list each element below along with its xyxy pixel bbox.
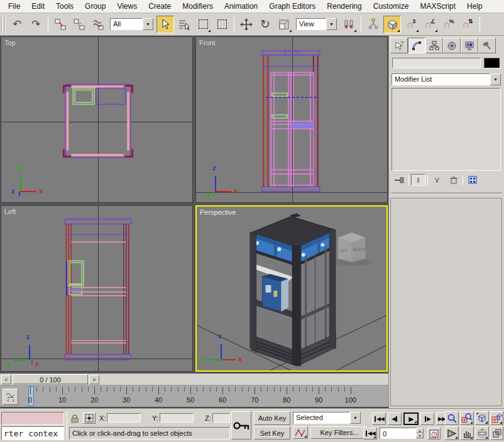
tab-motion[interactable] xyxy=(443,38,461,53)
key-mode-dropdown-button[interactable]: ▼ xyxy=(350,412,361,424)
toolbar-drag-handle[interactable] xyxy=(1,16,6,33)
tab-modify[interactable] xyxy=(408,38,425,53)
key-mode-combo[interactable]: Selected ▼ xyxy=(293,412,361,424)
snap-3d-button[interactable]: ∩3 xyxy=(402,16,420,33)
viewport-top[interactable]: Top y x z xyxy=(1,36,193,203)
make-unique-button[interactable]: ⋎ xyxy=(430,174,444,186)
time-slider-handle[interactable]: 0 / 100 xyxy=(13,374,88,384)
show-end-result-button[interactable]: ‖ xyxy=(411,174,425,186)
unlink-selection-button[interactable] xyxy=(70,16,88,33)
viewport-front[interactable]: Front z x y xyxy=(195,36,388,203)
spinner-up-icon[interactable]: ▲ xyxy=(416,428,424,433)
viewport-label[interactable]: Perspective xyxy=(200,208,236,216)
z-coordinate-field[interactable] xyxy=(212,413,230,423)
current-frame-field[interactable]: 0 xyxy=(380,428,416,439)
zoom-extents-button[interactable] xyxy=(475,411,489,425)
percent-snap-button[interactable]: ∩% xyxy=(440,16,457,33)
set-key-button[interactable]: Set Key xyxy=(254,426,290,439)
default-tangent-button[interactable] xyxy=(293,426,308,439)
previous-frame-button[interactable]: ◀ xyxy=(388,412,402,425)
absolute-offset-mode-toggle[interactable] xyxy=(83,412,96,424)
menu-customize[interactable]: Customize xyxy=(368,1,415,12)
tab-display[interactable] xyxy=(461,38,478,53)
menu-views[interactable]: Views xyxy=(111,1,143,12)
select-and-manipulate-button[interactable] xyxy=(364,16,382,33)
x-coordinate-field[interactable] xyxy=(107,413,141,423)
viewport-left[interactable]: Left z y x xyxy=(1,205,193,372)
snaps-toggle-button[interactable] xyxy=(383,16,401,33)
time-slider-next-button[interactable]: > xyxy=(89,375,99,384)
set-keys-button[interactable] xyxy=(231,411,251,439)
next-frame-button[interactable]: ▶ xyxy=(420,412,434,425)
rectangular-selection-region-button[interactable] xyxy=(194,16,212,33)
maxscript-mini-listener-macro[interactable] xyxy=(1,412,64,425)
menu-graph-editors[interactable]: Graph Editors xyxy=(263,1,321,12)
select-and-scale-button[interactable] xyxy=(275,16,293,33)
maxscript-mini-listener[interactable]: rter contex xyxy=(1,426,64,440)
object-color-swatch[interactable] xyxy=(484,58,500,68)
window-crossing-toggle-button[interactable] xyxy=(213,16,231,33)
auto-key-button[interactable]: Auto Key xyxy=(254,411,290,425)
menu-animation[interactable]: Animation xyxy=(219,1,263,12)
select-object-button[interactable] xyxy=(156,16,174,33)
viewport-label[interactable]: Front xyxy=(199,39,216,46)
tab-create[interactable] xyxy=(390,38,408,53)
zoom-button[interactable] xyxy=(445,411,459,425)
key-mode-toggle-button[interactable]: ◀◀ xyxy=(363,428,377,439)
time-configuration-button[interactable] xyxy=(427,428,441,439)
viewport-perspective[interactable]: LFT RGHT xyxy=(195,205,388,372)
reference-coordinate-system-combo[interactable]: View ▼ xyxy=(296,18,337,30)
menu-file[interactable]: File xyxy=(3,1,26,12)
configure-modifier-sets-button[interactable] xyxy=(465,174,479,186)
select-by-name-button[interactable] xyxy=(175,16,193,33)
select-and-move-button[interactable] xyxy=(238,16,255,33)
menu-help[interactable]: Help xyxy=(461,1,488,12)
open-mini-curve-editor-button[interactable] xyxy=(3,389,18,405)
modifier-list-dropdown-button[interactable]: ▼ xyxy=(490,73,501,85)
menu-group[interactable]: Group xyxy=(79,1,111,12)
pan-view-button[interactable] xyxy=(460,426,474,440)
tab-utilities[interactable] xyxy=(478,38,496,53)
modifier-list-combo[interactable]: Modifier List ▼ xyxy=(392,73,501,85)
undo-button[interactable]: ↶ xyxy=(8,16,26,33)
viewport-label[interactable]: Left xyxy=(4,208,16,215)
go-to-start-button[interactable]: ◀◀ xyxy=(372,412,386,425)
time-slider-prev-button[interactable]: < xyxy=(1,375,11,384)
object-name-field[interactable] xyxy=(392,58,481,68)
track-bar-ruler[interactable]: 0102030405060708090100 xyxy=(0,385,388,408)
menu-create[interactable]: Create xyxy=(143,1,177,12)
zoom-extents-all-button[interactable] xyxy=(490,411,503,425)
y-coordinate-field[interactable] xyxy=(160,413,194,423)
coord-system-dropdown-button[interactable]: ▼ xyxy=(326,18,337,30)
menu-tools[interactable]: Tools xyxy=(50,1,79,12)
selection-lock-toggle[interactable] xyxy=(69,412,80,424)
phone-booth-model[interactable] xyxy=(250,213,336,366)
select-and-link-button[interactable] xyxy=(52,16,69,33)
zoom-all-button[interactable] xyxy=(460,411,474,425)
min-max-toggle-button[interactable] xyxy=(490,426,503,440)
modifier-stack-list[interactable] xyxy=(392,88,501,171)
use-pivot-point-center-button[interactable] xyxy=(340,16,358,33)
selection-filter-dropdown-button[interactable]: ▼ xyxy=(143,18,153,30)
field-of-view-button[interactable] xyxy=(445,426,459,440)
remove-modifier-button[interactable] xyxy=(446,174,461,186)
play-animation-button[interactable]: ▶ xyxy=(403,412,419,425)
angle-snap-button[interactable]: ∩∠ xyxy=(421,16,439,33)
selection-filter-combo[interactable]: All ▼ xyxy=(110,18,153,30)
tab-hierarchy[interactable] xyxy=(425,38,443,53)
key-filters-button[interactable]: Key Filters... xyxy=(310,426,368,439)
menu-maxscript[interactable]: MAXScript xyxy=(414,1,461,12)
bind-to-space-warp-button[interactable] xyxy=(89,16,107,33)
spinner-snap-button[interactable]: ∩⇅ xyxy=(459,16,476,33)
spinner-down-icon[interactable]: ▼ xyxy=(416,433,424,438)
menu-modifiers[interactable]: Modifiers xyxy=(177,1,219,12)
frame-spinner[interactable]: ▲ ▼ xyxy=(416,428,424,438)
viewport-label[interactable]: Top xyxy=(4,39,16,46)
menu-edit[interactable]: Edit xyxy=(26,1,50,12)
select-and-rotate-button[interactable]: ↻ xyxy=(256,16,274,33)
rollout-area[interactable] xyxy=(390,198,502,406)
redo-button[interactable]: ↷ xyxy=(27,16,45,33)
pin-stack-button[interactable] xyxy=(392,174,407,186)
menu-rendering[interactable]: Rendering xyxy=(321,1,367,12)
arc-rotate-button[interactable] xyxy=(475,426,489,440)
